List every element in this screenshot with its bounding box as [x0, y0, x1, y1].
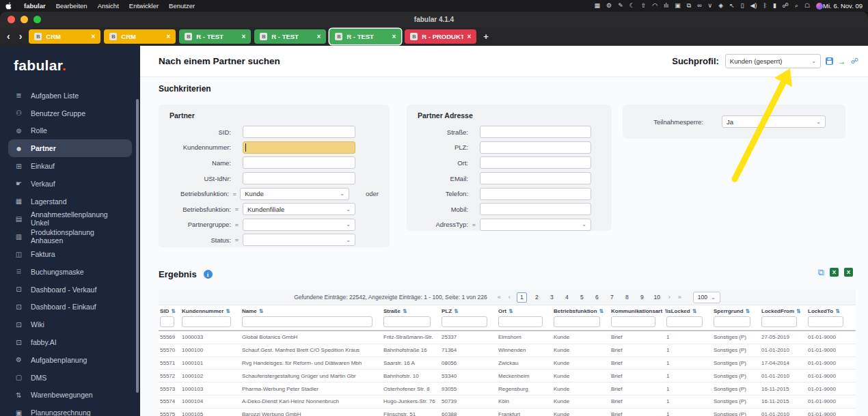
user-switch-icon[interactable]: ☖: [804, 3, 810, 9]
address-telefon-input[interactable]: [480, 188, 591, 200]
column-header-kommunikationsart[interactable]: Kommunikationsart⇅: [611, 308, 666, 314]
page-button-6[interactable]: 6: [592, 292, 602, 303]
table-row[interactable]: 555701000100Schauf.Gest. Manfred Brett C…: [159, 344, 856, 357]
run-search-icon[interactable]: →: [838, 57, 846, 66]
moon-icon[interactable]: ☾: [629, 3, 635, 9]
page-size-select[interactable]: 100⌄: [693, 292, 720, 303]
page-button-3[interactable]: 3: [547, 292, 557, 303]
page-button-10[interactable]: 10: [652, 292, 662, 303]
menu-item-bearbeiten[interactable]: Bearbeiten: [56, 2, 87, 10]
column-filter-input[interactable]: [160, 316, 174, 327]
partner-status-select[interactable]: ⌄: [243, 234, 355, 246]
sidebar-item-warenbewegungen[interactable]: ⇅Warenbewegungen: [8, 387, 132, 404]
save-profile-icon[interactable]: [826, 57, 833, 65]
tab-close-icon[interactable]: ×: [167, 33, 171, 40]
sidebar-item-dms[interactable]: ▢DMS: [8, 369, 132, 387]
minimize-window-button[interactable]: [21, 16, 28, 23]
table-row[interactable]: 555721000102Schaufenstergestaltung Grüge…: [159, 370, 856, 383]
column-header-sperrgrund[interactable]: Sperrgrund⇅: [714, 308, 761, 314]
sidebar-item-dashboard-einkauf[interactable]: ⊡Dashboard - Einkauf: [8, 299, 132, 316]
sidebar-item-verkauf[interactable]: ☛Verkauf: [8, 175, 132, 193]
info-icon[interactable]: i: [204, 270, 213, 279]
battery-icon[interactable]: ▮: [773, 3, 776, 9]
address-mobil-input[interactable]: [480, 203, 591, 215]
column-header-stra-e[interactable]: Straße⇅: [383, 308, 442, 314]
tab-close-icon[interactable]: ×: [317, 33, 321, 40]
column-filter-input[interactable]: [442, 316, 487, 327]
sidebar-item-buchungsmaske[interactable]: ⌸Buchungsmaske: [8, 263, 132, 281]
menu-item-fabular[interactable]: fabular: [24, 2, 46, 10]
sidebar-item-lagerstand[interactable]: ▦Lagerstand: [8, 193, 132, 210]
chevron-down-icon[interactable]: ∨: [708, 3, 713, 9]
diamond-icon[interactable]: ◈: [718, 3, 723, 9]
sidebar-item-fabby-ai[interactable]: ⊡fabby.AI: [8, 333, 132, 351]
page-button-1[interactable]: 1: [517, 292, 527, 303]
column-filter-input[interactable]: [554, 316, 600, 327]
column-header-plz[interactable]: PLZ⇅: [442, 308, 498, 314]
meta-icon[interactable]: ∞: [697, 3, 701, 9]
column-filter-input[interactable]: [383, 316, 431, 327]
search-profile-select[interactable]: Kunden (gesperrt) ⌄: [725, 54, 821, 68]
waveform-icon[interactable]: ılı: [664, 3, 668, 9]
column-header-islocked[interactable]: isLocked⇅: [666, 308, 714, 314]
column-filter-input[interactable]: [666, 316, 703, 327]
page-button-7[interactable]: 7: [607, 292, 617, 303]
page-button-2[interactable]: 2: [532, 292, 542, 303]
table-row[interactable]: 555731000103Pharma-Werbung Peter Stadler…: [159, 383, 856, 396]
address-adresstyp-select[interactable]: ⌄: [480, 219, 591, 231]
zoom-window-button[interactable]: [33, 16, 41, 23]
close-window-button[interactable]: [8, 16, 15, 23]
sidebar-item-faktura[interactable]: ◫Faktura: [8, 245, 132, 263]
column-filter-input[interactable]: [498, 316, 543, 327]
apple-menu-icon[interactable]: [5, 2, 12, 10]
tab-r-test-3[interactable]: BR - TEST×: [254, 29, 326, 44]
last-page-button[interactable]: »: [677, 294, 683, 301]
sidebar-item-aufgaben-liste[interactable]: ≣Aufgaben Liste: [8, 87, 132, 105]
partner-partnergruppe-select[interactable]: ⌄: [243, 219, 355, 231]
sidebar-item-dashboard-verkauf[interactable]: ⊡Dashboard - Verkauf: [8, 281, 132, 299]
sidebar-scrollbar[interactable]: [136, 99, 139, 393]
siri-icon[interactable]: [816, 3, 823, 10]
grid-icon[interactable]: ▦: [595, 3, 601, 9]
table-row[interactable]: 555751000105Barozzi Werbung GmbHFlinschs…: [159, 408, 856, 416]
column-header-sid[interactable]: SID⇅: [160, 308, 182, 314]
tab-crm-0[interactable]: BCRM×: [29, 29, 100, 44]
tab-close-icon[interactable]: ×: [92, 33, 96, 40]
column-header-betriebsfunktion[interactable]: Betriebsfunktion⇅: [554, 308, 611, 314]
partner-sid-input[interactable]: [243, 126, 355, 138]
menu-item-entwickler[interactable]: Entwickler: [129, 2, 159, 10]
unlink-profile-icon[interactable]: ☍: [851, 57, 858, 65]
column-filter-input[interactable]: [761, 316, 797, 327]
tab-crm-1[interactable]: BCRM×: [104, 29, 176, 44]
box-icon[interactable]: ▣: [675, 3, 681, 9]
column-filter-input[interactable]: [182, 316, 231, 327]
menu-item-benutzer[interactable]: Benutzer: [169, 2, 195, 10]
next-page-button[interactable]: ›: [667, 294, 672, 301]
column-filter-input[interactable]: [611, 316, 655, 327]
sidebar-item-einkauf[interactable]: ⊞Einkauf: [8, 157, 132, 175]
tab-r-test-2[interactable]: BR - TEST×: [179, 29, 251, 44]
table-row[interactable]: 555691000033Global Botanics GmbHFritz-St…: [159, 331, 856, 344]
tab-close-icon[interactable]: ×: [467, 33, 472, 40]
volume-icon[interactable]: ◀): [750, 3, 757, 9]
tab-r-produktiv-5[interactable]: BR - PRODUKTIV×: [405, 29, 476, 44]
sidebar-item-wiki[interactable]: ⊡Wiki: [8, 316, 132, 333]
menu-item-ansicht[interactable]: Ansicht: [98, 2, 119, 10]
address-stra-e-input[interactable]: [480, 126, 591, 138]
tab-close-icon[interactable]: ×: [392, 33, 396, 40]
partner-betriebsfunktion-select[interactable]: Kundenfiliale⌄: [243, 203, 355, 215]
excel-export-icon-2[interactable]: X: [844, 268, 853, 277]
tab-r-test-4[interactable]: BR - TEST×: [329, 29, 401, 44]
first-page-button[interactable]: «: [496, 294, 502, 301]
column-header-lockedto[interactable]: LockedTo⇅: [808, 308, 854, 314]
partner-betriebsfunktion-select[interactable]: Kunde⌄: [240, 188, 349, 200]
column-filter-input[interactable]: [242, 316, 372, 327]
column-header-name[interactable]: Name⇅: [242, 308, 383, 314]
sidebar-item-partner[interactable]: ☻Partner: [8, 139, 132, 157]
column-header-lockedfrom[interactable]: LockedFrom⇅: [761, 308, 808, 314]
page-button-9[interactable]: 9: [637, 292, 647, 303]
column-header-kundennummer[interactable]: Kundennummer⇅: [182, 308, 242, 314]
sidebar-item-produktionsplanung-anhausen[interactable]: ▥Produktionsplanung Anhausen: [8, 227, 132, 245]
pencil-icon[interactable]: ✎: [618, 3, 623, 9]
link-icon[interactable]: ☍: [783, 3, 789, 9]
